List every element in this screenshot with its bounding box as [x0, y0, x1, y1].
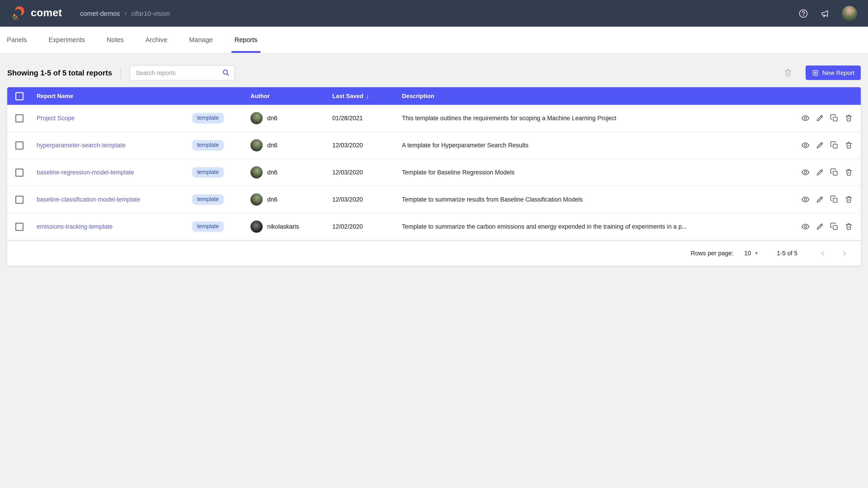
- row-checkbox[interactable]: [16, 223, 24, 231]
- edit-icon[interactable]: [815, 141, 824, 150]
- tab-label: Reports: [235, 36, 257, 43]
- table-header: Report Name Author Last Saved ↓ Descript…: [7, 87, 861, 105]
- column-last-saved[interactable]: Last Saved ↓: [328, 92, 396, 100]
- duplicate-icon[interactable]: [830, 222, 839, 231]
- report-name-link[interactable]: baseline-regression-model-template: [33, 169, 134, 176]
- breadcrumb: comet-demos › cifar10-vision: [80, 9, 170, 18]
- previous-page-button[interactable]: [817, 248, 828, 259]
- chevron-left-icon: [819, 250, 827, 257]
- new-report-button[interactable]: New Report: [805, 66, 861, 80]
- table-row: emissions-tracking-template template nik…: [7, 213, 861, 240]
- bulk-delete-icon[interactable]: [783, 68, 792, 77]
- project-nav: Panels Experiments Notes Archive Manage …: [0, 27, 868, 53]
- report-description: A template for Hyperparameter Search Res…: [396, 142, 793, 149]
- column-last-saved-label: Last Saved: [332, 93, 363, 99]
- author-name: nikolaskaris: [267, 223, 299, 230]
- delete-icon[interactable]: [844, 114, 853, 123]
- user-avatar[interactable]: [842, 6, 857, 21]
- topbar-actions: [798, 6, 857, 21]
- author-avatar: [250, 221, 263, 233]
- tab-label: Experiments: [49, 36, 85, 43]
- delete-icon[interactable]: [844, 222, 853, 231]
- row-actions: [793, 141, 861, 150]
- tab-label: Notes: [107, 36, 124, 43]
- view-icon[interactable]: [801, 222, 810, 231]
- breadcrumb-separator-icon: ›: [124, 9, 127, 18]
- last-saved-date: 12/03/2020: [328, 169, 396, 176]
- rows-per-page-select[interactable]: 10 ▼: [744, 250, 759, 257]
- reports-toolbar: Showing 1-5 of 5 total reports New Repor…: [0, 65, 868, 81]
- dropdown-caret-icon: ▼: [754, 251, 759, 256]
- tab-label: Manage: [189, 36, 213, 43]
- column-description: Description: [396, 93, 793, 99]
- row-checkbox[interactable]: [16, 168, 24, 176]
- duplicate-icon[interactable]: [830, 141, 839, 150]
- edit-icon[interactable]: [815, 168, 824, 177]
- next-page-button[interactable]: [839, 248, 850, 259]
- tab-archive[interactable]: Archive: [139, 27, 174, 53]
- last-saved-date: 12/02/2020: [328, 223, 396, 230]
- table-row: hyperparameter-search-template template …: [7, 132, 861, 159]
- table-row: baseline-regression-model-template templ…: [7, 159, 861, 186]
- author-name: dn6: [267, 169, 277, 176]
- template-badge: template: [192, 221, 224, 232]
- view-icon[interactable]: [801, 141, 810, 150]
- column-author: Author: [247, 93, 328, 99]
- edit-icon[interactable]: [815, 114, 824, 123]
- report-name-link[interactable]: baseline-classification-model-template: [33, 196, 140, 203]
- author-name: dn6: [267, 196, 277, 203]
- row-checkbox[interactable]: [16, 141, 24, 149]
- reports-table: Report Name Author Last Saved ↓ Descript…: [7, 87, 861, 266]
- tab-manage[interactable]: Manage: [183, 27, 219, 53]
- report-name-link[interactable]: emissions-tracking-template: [33, 223, 113, 230]
- select-all-checkbox[interactable]: [16, 92, 24, 100]
- view-icon[interactable]: [801, 114, 810, 123]
- report-name-link[interactable]: Project Scope: [33, 115, 74, 122]
- tab-experiments[interactable]: Experiments: [42, 27, 91, 53]
- edit-icon[interactable]: [815, 222, 824, 231]
- comet-logo[interactable]: comet: [11, 5, 62, 22]
- report-description: This template outlines the requirements …: [396, 115, 793, 122]
- delete-icon[interactable]: [844, 168, 853, 177]
- table-row: Project Scope template dn6 01/28/2021 Th…: [7, 105, 861, 132]
- author-avatar: [250, 166, 263, 178]
- toolbar-right: New Report: [783, 66, 861, 80]
- edit-icon[interactable]: [815, 195, 824, 204]
- template-badge: template: [192, 113, 224, 123]
- rows-per-page-label: Rows per page:: [690, 250, 733, 257]
- tab-reports[interactable]: Reports: [228, 27, 264, 53]
- announcement-icon[interactable]: [820, 8, 830, 18]
- delete-icon[interactable]: [844, 195, 853, 204]
- author-avatar: [250, 193, 263, 205]
- view-icon[interactable]: [801, 168, 810, 177]
- search-input[interactable]: [130, 65, 235, 80]
- breadcrumb-workspace[interactable]: comet-demos: [80, 10, 120, 17]
- top-bar: comet comet-demos › cifar10-vision: [0, 0, 868, 27]
- row-actions: [793, 168, 861, 177]
- table-pagination: Rows per page: 10 ▼ 1-5 of 5: [7, 240, 861, 266]
- pagination-range: 1-5 of 5: [777, 250, 798, 257]
- row-actions: [793, 222, 861, 231]
- template-badge: template: [192, 194, 224, 205]
- help-icon[interactable]: [798, 8, 808, 18]
- table-row: baseline-classification-model-template t…: [7, 186, 861, 213]
- delete-icon[interactable]: [844, 141, 853, 150]
- report-description: Template for Baseline Regression Models: [396, 169, 793, 176]
- tab-label: Panels: [7, 36, 27, 43]
- row-checkbox[interactable]: [16, 195, 24, 203]
- view-icon[interactable]: [801, 195, 810, 204]
- sort-desc-icon: ↓: [366, 92, 369, 100]
- breadcrumb-project[interactable]: cifar10-vision: [131, 10, 170, 17]
- duplicate-icon[interactable]: [830, 195, 839, 204]
- tab-notes[interactable]: Notes: [100, 27, 130, 53]
- duplicate-icon[interactable]: [830, 168, 839, 177]
- search-icon[interactable]: [222, 69, 230, 77]
- report-name-link[interactable]: hyperparameter-search-template: [33, 142, 125, 149]
- row-actions: [793, 114, 861, 123]
- report-description: Template to summarize results from Basel…: [396, 196, 793, 203]
- tab-panels[interactable]: Panels: [0, 27, 33, 53]
- row-checkbox[interactable]: [16, 114, 24, 122]
- author-name: dn6: [267, 115, 277, 122]
- column-report-name: Report Name: [33, 93, 247, 99]
- duplicate-icon[interactable]: [830, 114, 839, 123]
